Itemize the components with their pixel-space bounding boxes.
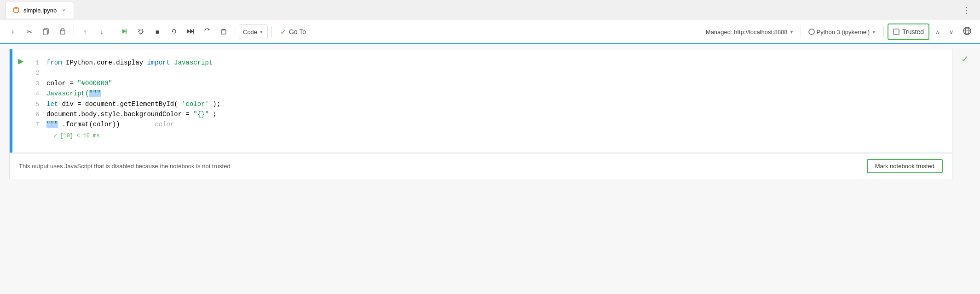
notebook-tab[interactable]: simple.ipynb × [6, 2, 74, 18]
mark-trusted-btn[interactable]: Mark notebook trusted [867, 159, 943, 173]
move-down-btn[interactable]: ↓ [94, 24, 109, 39]
dropdown-arrow-icon: ▼ [259, 29, 264, 35]
svg-point-1 [15, 7, 17, 9]
run-cell-triangle-btn[interactable]: ▶ [17, 56, 24, 66]
execution-result: ✓ [10] < 10 ms [34, 130, 946, 144]
copy-icon [43, 28, 49, 36]
code-line-2: 2 [34, 68, 946, 78]
cell-wrapper: ▶ 1 from IPython.core.display import [9, 49, 952, 153]
svg-marker-16 [190, 29, 193, 34]
clear-btn[interactable] [200, 24, 214, 39]
cut-btn[interactable]: ✂ [22, 24, 37, 39]
move-up-icon: ↑ [84, 28, 87, 35]
keyword-let: let [46, 100, 58, 108]
trusted-btn[interactable]: Trusted [888, 24, 929, 40]
line-number-4: 4 [34, 90, 46, 99]
restart-icon [171, 28, 177, 36]
inline-comment: color [124, 121, 174, 128]
stop-btn[interactable]: ■ [150, 24, 165, 39]
debug-btn[interactable] [133, 24, 148, 39]
notebook-area: ▶ 1 from IPython.core.display import [0, 44, 980, 294]
code-line-7: 7 """ .format(color)) color [34, 119, 946, 129]
code-line-3: 3 color = "#000000" [34, 78, 946, 88]
tab-bar-right: ⋮ [959, 3, 974, 17]
triple-quote-open: """ [89, 90, 100, 97]
nav-down-icon: ∨ [949, 29, 954, 35]
run-all-btn[interactable] [183, 24, 198, 39]
code-line-1: 1 from IPython.core.display import Javas… [34, 58, 946, 68]
kernel-selector[interactable]: Python 3 (ipykernel) ▼ [805, 27, 880, 37]
cell-type-dropdown[interactable]: Code ▼ [239, 24, 268, 39]
svg-line-9 [138, 29, 139, 30]
tab-title: simple.ipynb [23, 7, 57, 14]
output-message: This output uses JavaScript that is disa… [19, 163, 231, 170]
code-line-4: 4 Javascript(""" [34, 88, 946, 99]
add-cell-btn[interactable]: + [6, 24, 20, 39]
globe-icon [963, 26, 972, 38]
move-up-btn[interactable]: ↑ [78, 24, 92, 39]
nav-up-btn[interactable]: ∧ [931, 25, 944, 38]
line-number-2: 2 [34, 69, 46, 78]
line-number-3: 3 [34, 80, 46, 88]
result-check-icon: ✓ [54, 132, 57, 141]
toolbar: + ✂ ↑ ↓ [0, 20, 980, 44]
svg-rect-5 [61, 29, 64, 30]
goto-label: Go To [289, 28, 306, 35]
app-window: simple.ipynb × ⋮ + ✂ [0, 0, 980, 294]
separator-4 [271, 26, 272, 37]
svg-marker-6 [122, 29, 126, 34]
stop-icon: ■ [156, 28, 159, 35]
goto-check-icon: ✓ [280, 28, 286, 36]
nav-down-btn[interactable]: ∨ [945, 25, 958, 38]
kernel-label: Python 3 (ipykernel) [817, 29, 870, 35]
separator-3 [235, 26, 235, 37]
jupyter-logo-icon [12, 6, 20, 14]
string-literal-2: 'color' [182, 100, 209, 108]
svg-marker-15 [187, 29, 190, 34]
run-all-icon [186, 28, 195, 36]
line-number-5: 5 [34, 100, 46, 109]
keyword-import: import [147, 59, 170, 66]
tab-bar-left: simple.ipynb × [6, 2, 74, 18]
svg-marker-14 [172, 30, 173, 32]
cell-right-check-icon: ✓ [961, 53, 969, 65]
app-menu-btn[interactable]: ⋮ [959, 3, 974, 17]
output-bar: This output uses JavaScript that is disa… [9, 153, 952, 179]
add-icon: + [11, 28, 15, 35]
managed-label: Managed: http://localhost:8888 [706, 29, 788, 35]
managed-dropdown-arrow-icon: ▼ [790, 29, 794, 35]
result-text: [10] < 10 ms [60, 132, 99, 141]
cell-type-label: Code [243, 29, 257, 35]
code-editor[interactable]: 1 from IPython.core.display import Javas… [28, 53, 952, 149]
restart-btn[interactable] [167, 24, 181, 39]
tab-bar: simple.ipynb × ⋮ [0, 0, 980, 20]
line-number-6: 6 [34, 111, 46, 119]
line-number-7: 7 [34, 121, 46, 129]
tab-close-btn[interactable]: × [60, 6, 67, 14]
separator-2 [113, 26, 113, 37]
kernel-status-icon [808, 29, 815, 35]
debug-icon [138, 28, 144, 36]
class-name: Javascript [174, 59, 213, 66]
nav-up-icon: ∧ [935, 29, 940, 35]
string-literal-4: """ [46, 121, 58, 128]
globe-btn[interactable] [960, 24, 974, 39]
separator-1 [74, 26, 74, 37]
managed-server-btn[interactable]: Managed: http://localhost:8888 ▼ [703, 27, 797, 37]
separator-5 [801, 26, 801, 37]
delete-cell-btn[interactable] [216, 24, 231, 39]
paste-icon [59, 28, 66, 36]
line-number-1: 1 [34, 59, 46, 68]
svg-rect-3 [43, 29, 47, 35]
goto-btn[interactable]: ✓ Go To [276, 24, 311, 39]
trusted-label: Trusted [902, 28, 924, 35]
run-icon [121, 28, 127, 36]
func-javascript: Javascript( [46, 90, 89, 97]
code-cell: ▶ 1 from IPython.core.display import [9, 49, 952, 153]
code-line-6: 6 document.body.style.backgroundColor = … [34, 109, 946, 119]
copy-btn[interactable] [39, 24, 53, 39]
paste-btn[interactable] [55, 24, 70, 39]
run-cell-btn[interactable] [117, 24, 132, 39]
string-literal-3: "{}" [193, 111, 209, 118]
separator-6 [883, 26, 884, 37]
